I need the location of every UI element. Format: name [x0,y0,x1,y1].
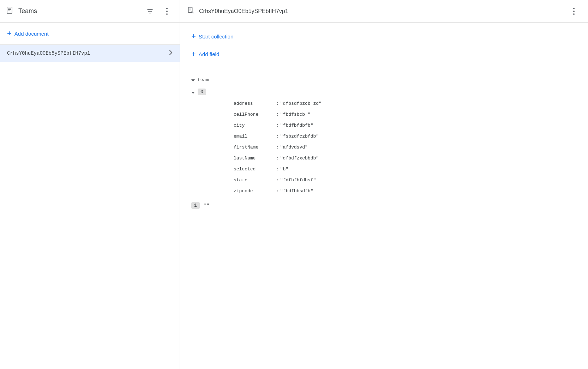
svg-rect-2 [8,9,11,10]
state-value: "fdfbfbfdbsf" [280,177,316,183]
address-row: address : "dfbsdfbzcb zd" [234,98,577,109]
right-more-button[interactable] [567,4,581,18]
top-bar-right: CrhsY0huEyaO0Eb5ySPEbfIH7vp1 [180,0,588,22]
chevron-right-icon [169,50,173,57]
index-1-row: 1 "" [191,199,577,212]
start-collection-button[interactable]: + Start collection [191,30,577,43]
doc-title-area: CrhsY0huEyaO0Eb5ySPEbfIH7vp1 [187,7,288,16]
right-panel-actions: + Start collection + Add field [180,23,588,68]
add-field-plus-icon: + [191,50,196,58]
add-field-label: Add field [199,51,219,57]
index-0-expand-icon[interactable] [191,89,195,95]
lastname-key: lastName [234,156,276,161]
collection-icon [6,6,14,16]
cellphone-key: cellPhone [234,112,276,117]
collection-title: Teams [18,7,139,15]
left-panel: + Add document CrhsY0huEyaO0Eb5ySPEbfIH7… [0,23,180,369]
top-bar-left: Teams [0,0,180,22]
add-document-label: Add document [14,31,49,37]
filter-button[interactable] [143,4,157,18]
svg-point-8 [166,11,168,12]
firstname-value: "afdvdsvd" [280,145,308,150]
data-tree: team 0 address : "dfbsdfbzcb zd" cellPho… [180,68,588,217]
index-0-row: 0 [191,86,577,98]
selected-row: selected : "b" [234,164,577,175]
lastname-value: "dfbdfzxcbbdb" [280,156,319,161]
svg-point-7 [166,8,168,9]
state-row: state : "fdfbfbfdbsf" [234,175,577,186]
svg-point-16 [573,13,575,15]
document-item[interactable]: CrhsY0huEyaO0Eb5ySPEbfIH7vp1 [0,45,180,62]
svg-rect-3 [8,11,10,11]
start-collection-label: Start collection [199,34,233,40]
firstname-row: firstName : "afdvdsvd" [234,142,577,153]
right-panel: + Start collection + Add field team [180,23,588,369]
top-bar-left-icons [143,4,174,18]
left-more-button[interactable] [160,4,174,18]
selected-value: "b" [280,167,288,172]
cellphone-value: "fbdfsbcb " [280,112,311,117]
address-value: "dfbsdfbzcb zd" [280,101,322,106]
top-bar: Teams [0,0,588,23]
add-document-button[interactable]: + Add document [0,23,180,45]
city-value: "fbdfbfdbfb" [280,123,313,128]
zipcode-value: "fbdfbbsdfb" [280,188,313,194]
address-key: address [234,101,276,106]
svg-point-15 [573,11,575,12]
index-0-badge: 0 [198,89,206,95]
index-1-value: "" [204,203,210,208]
nested-fields: address : "dfbsdfbzcb zd" cellPhone : "f… [191,98,577,196]
svg-rect-1 [8,8,11,8]
main-content: + Add document CrhsY0huEyaO0Eb5ySPEbfIH7… [0,23,588,369]
svg-point-9 [166,13,168,15]
svg-point-14 [573,8,575,9]
city-row: city : "fbdfbfdbfb" [234,120,577,131]
lastname-row: lastName : "dfbdfzxcbbdb" [234,153,577,164]
doc-icon [187,7,195,16]
doc-id-title: CrhsY0huEyaO0Eb5ySPEbfIH7vp1 [199,8,288,14]
email-key: email [234,134,276,139]
add-field-button[interactable]: + Add field [191,47,577,61]
city-key: city [234,123,276,128]
index-1-badge: 1 [191,202,200,209]
start-collection-plus-icon: + [191,32,196,40]
team-field-row: team [191,74,577,86]
team-expand-icon[interactable] [191,77,195,83]
zipcode-row: zipcode : "fbdfbbsdfb" [234,186,577,196]
firstname-key: firstName [234,145,276,150]
cellphone-row: cellPhone : "fbdfsbcb " [234,109,577,120]
email-row: email : "fsbzdfczbfdb" [234,131,577,142]
zipcode-key: zipcode [234,188,276,194]
team-key: team [198,77,209,83]
email-value: "fsbzdfczbfdb" [280,134,319,139]
state-key: state [234,177,276,183]
selected-key: selected [234,167,276,172]
add-document-plus-icon: + [7,30,12,37]
document-name: CrhsY0huEyaO0Eb5ySPEbfIH7vp1 [7,50,90,56]
